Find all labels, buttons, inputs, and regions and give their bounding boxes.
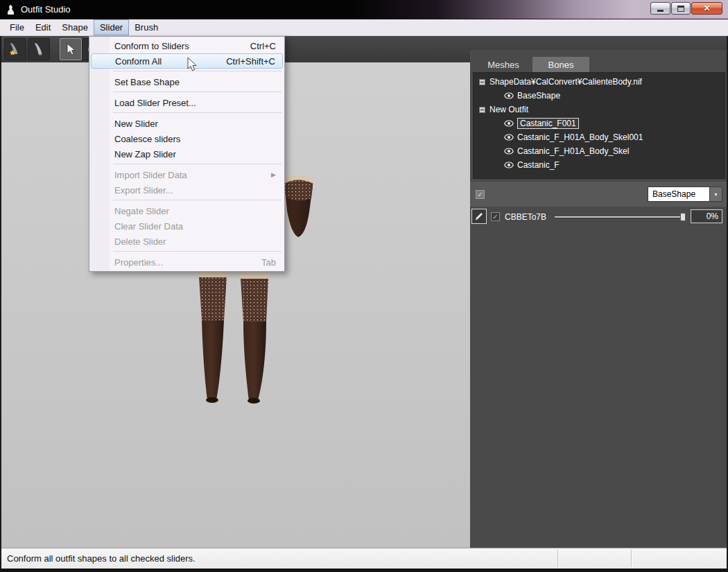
tab-bones[interactable]: Bones — [532, 57, 589, 72]
menu-item-export-slider: Export Slider... — [89, 182, 284, 198]
slider-name-label: CBBETo7B — [505, 208, 546, 226]
tree-item-castanic-f001[interactable]: Castanic_F001 — [474, 116, 725, 130]
menu-separator — [89, 89, 284, 95]
shape-checkbox[interactable]: ✓ — [476, 190, 485, 199]
menu-separator — [89, 198, 284, 203]
menu-separator — [89, 110, 284, 116]
menu-brush[interactable]: Brush — [129, 19, 164, 35]
model-right-leg — [239, 272, 270, 404]
toolbar-button-mask-brush[interactable] — [4, 38, 26, 60]
window-frame-left — [0, 19, 1, 572]
menu-item-load-slider-preset[interactable]: Load Slider Preset... — [89, 95, 284, 110]
slider-value-box[interactable]: 0% — [691, 209, 722, 223]
minimize-icon — [657, 10, 664, 12]
close-icon: ✕ — [703, 3, 710, 13]
chevron-down-icon[interactable]: ▼ — [709, 187, 722, 201]
tree-item-label: Castanic_F — [517, 160, 560, 170]
tree-item-castanic-f[interactable]: Castanic_F — [474, 158, 725, 172]
menu-shortcut: Ctrl+Shift+C — [226, 56, 275, 67]
toolbar-button-brush[interactable] — [28, 38, 50, 60]
model-arm — [284, 175, 313, 238]
combobox-value: BaseShape — [648, 189, 709, 199]
menu-slider[interactable]: Slider — [94, 19, 129, 35]
eye-icon[interactable] — [504, 134, 514, 141]
slider-checkbox[interactable]: ✓ — [491, 212, 500, 221]
menu-separator — [89, 249, 284, 254]
mouse-cursor — [187, 58, 198, 73]
menu-item-new-slider[interactable]: New Slider — [89, 116, 284, 131]
tree-item-body-skel[interactable]: Castanic_F_H01A_Body_Skel — [474, 144, 725, 158]
tree-item-label: Castanic_F_H01A_Body_Skel — [517, 146, 629, 156]
tree-item-body-skel001[interactable]: Castanic_F_H01A_Body_Skel001 — [474, 130, 725, 144]
submenu-arrow-icon: ▶ — [271, 171, 276, 178]
base-shape-combobox[interactable]: BaseShape ▼ — [648, 187, 722, 202]
pencil-icon — [474, 211, 484, 221]
close-button[interactable]: ✕ — [691, 2, 722, 15]
menu-item-conform-to-sliders[interactable]: Conform to Sliders Ctrl+C — [89, 38, 284, 53]
maximize-button[interactable] — [671, 2, 691, 15]
mask-brush-icon — [8, 42, 22, 56]
tree-item-nif-root[interactable]: ShapeData¥CalConvert¥CalienteBody.nif — [474, 75, 725, 89]
tree-item-label: BaseShape — [517, 91, 560, 101]
menu-item-negate-slider: Negate Slider — [89, 203, 284, 218]
collapse-icon[interactable] — [479, 79, 485, 85]
check-icon: ✓ — [492, 214, 498, 220]
tab-bones-label: Bones — [548, 60, 574, 70]
base-shape-selector-row: ✓ BaseShape ▼ — [470, 182, 728, 207]
model-left-leg — [198, 271, 228, 403]
statusbar-separator — [557, 550, 558, 567]
minimize-button[interactable] — [650, 2, 670, 15]
menubar: File Edit Shape Slider Brush — [0, 19, 728, 36]
eye-icon[interactable] — [504, 162, 514, 168]
menu-edit[interactable]: Edit — [30, 19, 56, 35]
tab-meshes-label: Meshes — [487, 60, 519, 70]
select-arrow-icon — [64, 42, 78, 56]
menu-file[interactable]: File — [4, 19, 30, 35]
tree-item-label-selected: Castanic_F001 — [517, 118, 579, 129]
check-icon: ✓ — [477, 191, 483, 198]
window-frame-bottom — [0, 569, 728, 572]
tree-item-label: Castanic_F_H01A_Body_Skel001 — [517, 132, 643, 142]
menu-shape[interactable]: Shape — [56, 19, 94, 35]
menu-shortcut: Tab — [261, 257, 276, 268]
eye-icon[interactable] — [504, 148, 514, 155]
menu-item-properties: Properties... Tab — [89, 254, 284, 270]
menu-shortcut: Ctrl+C — [250, 41, 276, 51]
right-panel: Meshes Bones ShapeData¥CalConvert¥Calien… — [470, 50, 728, 548]
eye-icon[interactable] — [504, 120, 514, 127]
slider-row-cbbeto7b: ✓ CBBETo7B 0% — [470, 208, 728, 226]
tab-meshes[interactable]: Meshes — [477, 57, 530, 72]
eye-icon[interactable] — [504, 92, 514, 99]
tree-item-label: New Outfit — [489, 105, 528, 114]
brush-icon — [32, 42, 46, 56]
menu-item-set-base-shape[interactable]: Set Base Shape — [89, 74, 284, 89]
statusbar: Conform all outfit shapes to all checked… — [1, 548, 727, 569]
menu-item-delete-slider: Delete Slider — [89, 234, 284, 249]
statusbar-separator — [631, 550, 632, 567]
slider-track[interactable] — [555, 216, 685, 218]
app-icon — [5, 4, 16, 15]
titlebar[interactable]: Outfit Studio ✕ — [0, 0, 728, 19]
menu-item-import-slider-data: Import Slider Data ▶ — [89, 167, 284, 182]
menu-item-clear-slider-data: Clear Slider Data — [89, 218, 284, 234]
tree-item-baseshape[interactable]: BaseShape — [474, 89, 725, 103]
menu-item-new-zap-slider[interactable]: New Zap Slider — [89, 146, 284, 162]
status-message: Conform all outfit shapes to all checked… — [7, 548, 196, 569]
edit-slider-button[interactable] — [471, 209, 487, 224]
tree-item-label: ShapeData¥CalConvert¥CalienteBody.nif — [489, 77, 642, 87]
tree-item-new-outfit[interactable]: New Outfit — [474, 103, 725, 116]
menu-separator — [89, 162, 284, 167]
outfit-studio-window: Meshes Bones ShapeData¥CalConvert¥Calien… — [0, 0, 728, 572]
window-title: Outfit Studio — [21, 4, 71, 15]
toolbar-button-select[interactable] — [60, 38, 82, 60]
slider-handle[interactable] — [680, 213, 686, 221]
collapse-icon[interactable] — [479, 107, 485, 113]
menu-item-coalesce-sliders[interactable]: Coalesce sliders — [89, 131, 284, 146]
meshes-tree: ShapeData¥CalConvert¥CalienteBody.nif Ba… — [473, 72, 725, 179]
maximize-icon — [677, 6, 684, 12]
